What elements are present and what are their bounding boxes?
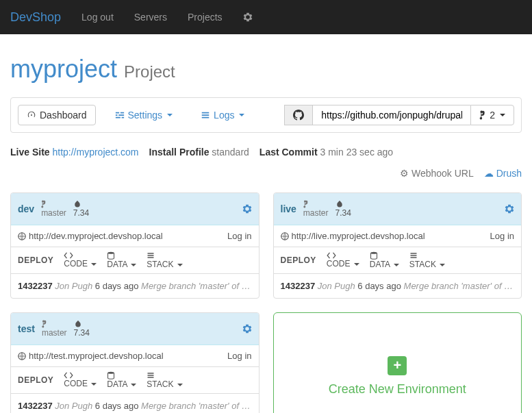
project-meta: Live Site http://myproject.com Install P… — [10, 147, 522, 179]
branch-icon — [479, 110, 486, 120]
list-icon — [201, 110, 210, 120]
commit-author: Jon Pugh — [318, 281, 355, 291]
drush-link[interactable]: ☁ Drush — [484, 168, 522, 179]
env-panel-dev: dev master 7.34 http://dev.myproject.dev… — [10, 192, 259, 299]
repo-url-input[interactable] — [313, 105, 470, 125]
project-name: myproject — [10, 55, 117, 83]
caret-down-icon — [500, 114, 505, 116]
data-dropdown[interactable]: DATA — [107, 371, 136, 389]
env-url[interactable]: http://test.myproject.devshop.local — [29, 351, 164, 361]
svg-point-5 — [108, 372, 114, 374]
commit-author: Jon Pugh — [55, 281, 92, 291]
logs-button[interactable]: Logs — [192, 105, 253, 125]
project-subtitle: Project — [124, 62, 175, 81]
env-last-commit: 1432237 Jon Pugh 6 days ago Merge branch… — [11, 394, 259, 413]
env-panel-live: live master 7.34 http://live.myproject.d… — [273, 192, 522, 299]
link-icon: ⚙ — [400, 168, 409, 179]
env-version: 7.34 — [73, 200, 89, 218]
project-toolbar: Dashboard Settings Logs 2 — [10, 97, 522, 133]
env-actions: DEPLOY CODE DATA STACK — [11, 367, 259, 394]
env-branch: master — [303, 200, 329, 218]
brand-link[interactable]: DevShop — [10, 10, 61, 25]
code-dropdown[interactable]: CODE — [64, 252, 97, 268]
env-login-link[interactable]: Log in — [490, 231, 514, 241]
stack-dropdown[interactable]: STACK — [409, 251, 445, 269]
live-site-link[interactable]: http://myproject.com — [52, 147, 138, 158]
data-dropdown[interactable]: DATA — [370, 251, 399, 269]
commit-age: 6 days ago — [95, 401, 139, 411]
env-panel-test: test master 7.34 http://test.myproject.d… — [10, 312, 259, 413]
create-env-label: Create New Environment — [329, 382, 466, 397]
globe-icon — [281, 232, 289, 240]
env-heading: test master 7.34 — [11, 313, 259, 345]
commit-age: 6 days ago — [95, 281, 139, 291]
cloud-icon: ☁ — [484, 168, 494, 179]
plus-icon: + — [388, 356, 407, 375]
globe-icon — [18, 232, 26, 240]
nav-projects[interactable]: Projects — [177, 1, 233, 33]
svg-point-1 — [108, 252, 114, 254]
svg-point-3 — [370, 252, 377, 254]
commit-msg: Merge branch 'master' of … — [141, 281, 251, 291]
branch-select-button[interactable]: 2 — [470, 105, 514, 125]
env-name[interactable]: live — [281, 203, 296, 214]
env-settings-icon[interactable] — [242, 204, 252, 214]
gear-icon[interactable] — [233, 2, 263, 32]
nav-servers[interactable]: Servers — [124, 1, 177, 33]
env-name[interactable]: test — [18, 323, 35, 334]
env-name[interactable]: dev — [18, 203, 34, 214]
code-dropdown[interactable]: CODE — [64, 372, 97, 388]
caret-down-icon — [239, 114, 244, 116]
create-environment-button[interactable]: +Create New Environment — [273, 312, 522, 413]
env-url-row: http://test.myproject.devshop.local Log … — [11, 345, 259, 367]
live-site-label: Live Site — [10, 147, 50, 158]
settings-button[interactable]: Settings — [106, 105, 182, 125]
page-title: myproject Project — [10, 55, 522, 84]
env-url[interactable]: http://dev.myproject.devshop.local — [29, 231, 163, 241]
deploy-label: DEPLOY — [18, 255, 53, 265]
commit-age: 6 days ago — [357, 281, 401, 291]
commit-msg: Merge branch 'master' of … — [141, 401, 251, 411]
sliders-icon — [115, 110, 125, 120]
globe-icon — [18, 352, 26, 360]
data-dropdown[interactable]: DATA — [107, 251, 136, 269]
stack-dropdown[interactable]: STACK — [147, 371, 182, 389]
commit-msg: Merge branch 'master' of … — [404, 281, 514, 291]
code-dropdown[interactable]: CODE — [327, 252, 359, 268]
repo-input-group: 2 — [284, 105, 514, 125]
commit-sha: 1432237 — [281, 281, 316, 291]
install-profile-value: standard — [212, 147, 249, 158]
env-last-commit: 1432237 Jon Pugh 6 days ago Merge branch… — [11, 274, 259, 298]
env-version: 7.34 — [335, 200, 351, 218]
env-actions: DEPLOY CODE DATA STACK — [274, 247, 522, 274]
env-login-link[interactable]: Log in — [227, 351, 251, 361]
stack-dropdown[interactable]: STACK — [147, 251, 182, 269]
env-url-row: http://dev.myproject.devshop.local Log i… — [11, 225, 259, 247]
env-branch: master — [41, 200, 66, 218]
last-commit-label: Last Commit — [259, 147, 318, 158]
env-url[interactable]: http://live.myproject.devshop.local — [292, 231, 425, 241]
deploy-label: DEPLOY — [281, 255, 316, 265]
env-settings-icon[interactable] — [505, 204, 514, 214]
env-heading: dev master 7.34 — [11, 193, 259, 225]
commit-author: Jon Pugh — [55, 401, 92, 411]
webhook-link[interactable]: ⚙ Webhook URL — [400, 168, 474, 179]
env-url-row: http://live.myproject.devshop.local Log … — [274, 225, 522, 247]
caret-down-icon — [167, 114, 173, 116]
commit-sha: 1432237 — [18, 401, 53, 411]
env-version: 7.34 — [74, 320, 90, 338]
env-heading: live master 7.34 — [274, 193, 522, 225]
env-last-commit: 1432237 Jon Pugh 6 days ago Merge branch… — [274, 274, 522, 298]
dashboard-icon — [27, 110, 36, 120]
github-icon — [284, 105, 313, 125]
env-actions: DEPLOY CODE DATA STACK — [11, 247, 259, 274]
last-commit-time: 3 min 23 sec ago — [320, 147, 394, 158]
install-profile-label: Install Profile — [149, 147, 210, 158]
dashboard-button[interactable]: Dashboard — [18, 105, 96, 125]
env-login-link[interactable]: Log in — [227, 231, 251, 241]
commit-sha: 1432237 — [18, 281, 53, 291]
env-settings-icon[interactable] — [242, 324, 252, 334]
nav-logout[interactable]: Log out — [71, 1, 124, 33]
env-branch: master — [42, 320, 67, 338]
deploy-label: DEPLOY — [18, 375, 53, 385]
